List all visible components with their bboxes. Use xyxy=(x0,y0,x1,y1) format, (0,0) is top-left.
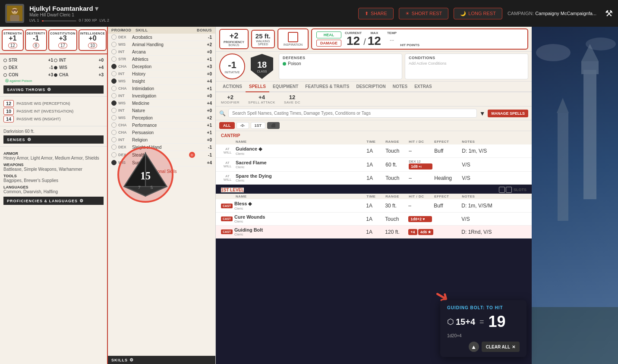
spell-row-spare-dying: AT WILL Spare the Dying Cleric 1A Touch … xyxy=(216,172,532,185)
skill-name: Sleight of Hand xyxy=(132,145,195,150)
cast-bless-button[interactable]: CAST xyxy=(221,204,233,208)
skill-attr: INT xyxy=(118,50,130,54)
skill-circle xyxy=(111,64,117,69)
character-subtitle: Male Hill Dwarf Cleric 1 xyxy=(29,13,109,17)
filter-pill-all[interactable]: ALL xyxy=(219,122,235,129)
1st-level-table-header: NAME TIME RANGE HIT / DC EFFECT NOTES xyxy=(216,194,532,199)
filter-pill-0[interactable]: -0- xyxy=(236,122,249,129)
character-avatar xyxy=(5,4,24,23)
skill-attr: DEX xyxy=(118,145,130,149)
skill-circle xyxy=(111,78,117,84)
skills-table-header: PROF MOD SKILL BONUS xyxy=(108,27,215,34)
heal-button[interactable]: HEAL xyxy=(316,31,341,38)
filter-pills: ALL-0-1ST⬛ xyxy=(216,120,532,131)
skill-name: Acrobatics xyxy=(132,35,195,40)
svg-point-14 xyxy=(586,38,616,50)
filter-pill-dark[interactable]: ⬛ xyxy=(267,122,280,129)
add-conditions-button[interactable]: Add Active Conditions xyxy=(409,61,524,66)
cast-cure-wounds-button[interactable]: CAST xyxy=(221,217,233,221)
svg-rect-11 xyxy=(558,113,568,221)
tab-spells[interactable]: SPELLS xyxy=(246,82,269,92)
skill-row: INT Nature +0 xyxy=(108,107,215,114)
tab-extras[interactable]: EXTRAS xyxy=(411,82,435,92)
skill-row: INT History +0 xyxy=(108,70,215,78)
stat-box-constitution: CONSTITUTION+317 xyxy=(48,29,77,51)
skill-circle xyxy=(111,49,117,54)
skill-row: WIS Medicine +4 xyxy=(108,100,215,107)
inspiration-card[interactable]: INSPIRATION xyxy=(277,28,309,50)
passive-row: 12PASSIVE WIS (PERCEPTION) xyxy=(3,100,104,107)
share-icon: ⬆ xyxy=(365,11,369,16)
defenses-box: DEFENSES Poison xyxy=(279,53,402,79)
anvil-icon: ⚒ xyxy=(605,8,613,19)
skill-circle xyxy=(111,35,117,40)
cantrip-table-header: NAME TIME RANGE HIT / DC EFFECT NOTES xyxy=(216,139,532,144)
passive-skills: 12PASSIVE WIS (PERCEPTION)10PASSIVE INT … xyxy=(0,97,107,126)
skill-bonus: +0 xyxy=(197,138,212,142)
skill-bonus: +0 xyxy=(197,72,212,76)
skill-circle xyxy=(111,122,117,128)
proficiencies-gear-icon: ⚙ xyxy=(79,198,84,203)
svg-rect-8 xyxy=(583,70,596,199)
long-rest-button[interactable]: 🌙 LONG REST xyxy=(454,8,502,19)
spell-stat-save-dc: 12SAVE DC xyxy=(284,94,300,104)
tab-notes[interactable]: NOTES xyxy=(389,82,411,92)
manage-spells-button[interactable]: MANAGE SPELLS xyxy=(488,110,528,117)
character-info: Hjulkyl Foamtankard ▾ Male Hill Dwarf Cl… xyxy=(29,5,109,22)
skill-bonus: +3 xyxy=(197,64,212,69)
stat-box-intelligence: INTELLIGENCE+010 xyxy=(79,29,107,51)
roll-up-button[interactable]: ▲ xyxy=(469,342,479,352)
skill-circle xyxy=(111,86,117,91)
filter-icon[interactable]: ▼ xyxy=(479,110,486,117)
skill-row: INT Investigation +0 xyxy=(108,92,215,100)
skill-row: DEX Stealth D -1 xyxy=(108,151,215,159)
1st-level-header: 1ST LEVEL SLOTS xyxy=(216,185,532,194)
share-button[interactable]: ⬆ SHARE xyxy=(358,8,394,19)
proficiency-card: +2 PROFICIENCY BONUS xyxy=(219,29,249,49)
skill-attr: INT xyxy=(118,108,130,113)
svg-point-4 xyxy=(13,11,14,12)
save-row-CON: CON+3 xyxy=(3,72,53,77)
skill-bonus: +4 xyxy=(197,101,212,106)
advantage-note: Ⓐ against Poison xyxy=(3,78,104,84)
at-will-spare: AT WILL xyxy=(221,175,234,182)
tab-equipment[interactable]: EQUIPMENT xyxy=(269,82,302,92)
skill-name: Persuasion xyxy=(132,130,195,135)
skill-name: Performance xyxy=(132,123,195,128)
skill-row: CHA Performance +1 xyxy=(108,122,215,129)
tab-features[interactable]: FEATURES & TRAITS xyxy=(302,82,353,92)
damage-button[interactable]: DAMAGE xyxy=(316,40,341,47)
save-row-DEX: DEX-1 xyxy=(3,65,53,70)
skills-gear-icon: ⚙ xyxy=(129,358,134,362)
saving-throws-header: SAVING THROWS ⚙ xyxy=(3,85,104,94)
roll-actions: ▲ CLEAR ALL ✕ xyxy=(447,342,520,352)
filter-pill-1st[interactable]: 1ST xyxy=(251,122,266,129)
cast-guiding-bolt-button[interactable]: CAST xyxy=(221,229,233,234)
passive-row: 14PASSIVE WIS (INSIGHT) xyxy=(3,116,104,122)
clear-all-button[interactable]: CLEAR ALL ✕ xyxy=(482,342,520,352)
short-rest-button[interactable]: ☀ SHORT REST xyxy=(399,8,449,19)
search-input[interactable] xyxy=(228,109,477,118)
ability-scores: STRENGTH+112DEXTERITY-18CONSTITUTION+317… xyxy=(0,27,107,54)
svg-rect-9 xyxy=(581,61,599,74)
skill-circle xyxy=(111,130,117,135)
skill-name: Religion xyxy=(132,138,195,142)
app-header: Hjulkyl Foamtankard ▾ Male Hill Dwarf Cl… xyxy=(0,0,618,27)
save-row-CHA: CHA+3 xyxy=(54,72,104,77)
tab-description[interactable]: DESCRIPTION xyxy=(353,82,389,92)
skill-name: Insight xyxy=(132,79,195,84)
slot-box-2[interactable] xyxy=(506,187,512,193)
skill-name: Athletics xyxy=(132,57,195,62)
spell-row-guidance: AT WILL Guidance ◆ Cleric 1A Touch – Buf… xyxy=(216,144,532,158)
skill-attr: CHA xyxy=(118,64,130,69)
skill-attr: DEX xyxy=(118,153,130,157)
bless-name: Bless ◆ Cleric xyxy=(234,201,364,210)
slot-box-1[interactable] xyxy=(499,187,505,193)
skill-row: STR Athletics +1 xyxy=(108,56,215,63)
additional-skills-button[interactable]: Additional Skills xyxy=(108,166,215,176)
skill-attr: CHA xyxy=(118,130,130,135)
skill-circle xyxy=(111,108,117,113)
svg-rect-6 xyxy=(12,9,18,11)
tabs-row: ACTIONSSPELLSEQUIPMENTFEATURES & TRAITSD… xyxy=(216,82,532,92)
tab-actions[interactable]: ACTIONS xyxy=(219,82,246,92)
